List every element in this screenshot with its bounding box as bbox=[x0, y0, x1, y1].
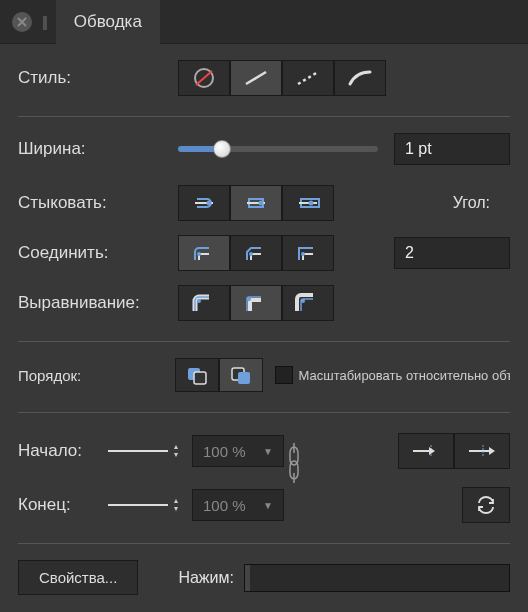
align-options bbox=[178, 285, 334, 321]
join-options bbox=[178, 235, 334, 271]
join-bevel-button[interactable] bbox=[230, 235, 282, 271]
pressure-input[interactable] bbox=[244, 564, 510, 592]
separator bbox=[18, 116, 510, 117]
style-options bbox=[178, 60, 386, 96]
slider-thumb-icon[interactable] bbox=[213, 140, 231, 158]
join-label: Соединить: bbox=[18, 243, 178, 263]
start-pct-select[interactable]: 100 % ▼ bbox=[192, 435, 284, 467]
end-pct-select[interactable]: 100 % ▼ bbox=[192, 489, 284, 521]
join-miter-button[interactable] bbox=[282, 235, 334, 271]
svg-point-14 bbox=[301, 252, 305, 256]
svg-point-16 bbox=[247, 297, 251, 301]
cap-options bbox=[178, 185, 334, 221]
cap-label: Стыковать: bbox=[18, 193, 178, 213]
cap-butt-button[interactable] bbox=[230, 185, 282, 221]
chevron-down-icon: ▼ bbox=[263, 446, 273, 457]
tab-stroke[interactable]: Обводка bbox=[56, 0, 160, 44]
style-brush-button[interactable] bbox=[334, 60, 386, 96]
align-inside-button[interactable] bbox=[230, 285, 282, 321]
svg-rect-21 bbox=[238, 372, 250, 384]
order-behind-button[interactable] bbox=[175, 358, 219, 392]
join-round-button[interactable] bbox=[178, 235, 230, 271]
cap-square-button[interactable] bbox=[282, 185, 334, 221]
end-arrow-select[interactable]: ▴▾ bbox=[108, 491, 178, 519]
width-label: Ширина: bbox=[18, 139, 178, 159]
svg-line-1 bbox=[196, 71, 212, 85]
style-label: Стиль: bbox=[18, 68, 178, 88]
svg-point-17 bbox=[301, 299, 305, 303]
svg-line-3 bbox=[298, 72, 318, 84]
width-slider[interactable] bbox=[178, 146, 378, 152]
svg-point-15 bbox=[197, 299, 201, 303]
order-options bbox=[175, 358, 263, 392]
close-icon[interactable] bbox=[12, 12, 32, 32]
end-label: Конец: bbox=[18, 495, 108, 515]
scale-checkbox[interactable] bbox=[275, 366, 293, 384]
chevron-down-icon[interactable]: ▾ bbox=[174, 451, 178, 459]
style-none-button[interactable] bbox=[178, 60, 230, 96]
angle-label: Угол: bbox=[453, 194, 490, 212]
arrow-place-end-button[interactable] bbox=[398, 433, 454, 469]
start-pct-value: 100 % bbox=[203, 443, 246, 460]
align-outside-button[interactable] bbox=[282, 285, 334, 321]
link-chain-icon[interactable] bbox=[284, 441, 304, 485]
swap-arrows-button[interactable] bbox=[462, 487, 510, 523]
chevron-down-icon: ▼ bbox=[263, 500, 273, 511]
svg-point-8 bbox=[259, 201, 264, 206]
svg-point-13 bbox=[249, 252, 253, 256]
scale-label: Масштабировать относительно объ bbox=[299, 368, 511, 383]
start-label: Начало: bbox=[18, 441, 108, 461]
svg-point-12 bbox=[197, 252, 201, 256]
align-center-button[interactable] bbox=[178, 285, 230, 321]
order-front-button[interactable] bbox=[219, 358, 263, 392]
properties-button[interactable]: Свойства... bbox=[18, 560, 138, 595]
pressure-label: Нажим: bbox=[178, 569, 234, 587]
svg-point-11 bbox=[309, 201, 314, 206]
style-solid-button[interactable] bbox=[230, 60, 282, 96]
separator bbox=[18, 543, 510, 544]
tab-bar: || Обводка bbox=[0, 0, 528, 44]
panel-grip-icon[interactable]: || bbox=[42, 13, 46, 30]
cap-round-button[interactable] bbox=[178, 185, 230, 221]
width-input[interactable] bbox=[394, 133, 510, 165]
miter-input[interactable] bbox=[394, 237, 510, 269]
align-label: Выравнивание: bbox=[18, 293, 178, 313]
end-pct-value: 100 % bbox=[203, 497, 246, 514]
separator bbox=[18, 412, 510, 413]
separator bbox=[18, 341, 510, 342]
style-dashed-button[interactable] bbox=[282, 60, 334, 96]
svg-point-5 bbox=[207, 201, 212, 206]
order-label: Порядок: bbox=[18, 367, 175, 384]
start-arrow-select[interactable]: ▴▾ bbox=[108, 437, 178, 465]
svg-line-2 bbox=[246, 72, 266, 84]
arrow-place-past-button[interactable] bbox=[454, 433, 510, 469]
chevron-down-icon[interactable]: ▾ bbox=[174, 505, 178, 513]
svg-rect-19 bbox=[194, 372, 206, 384]
